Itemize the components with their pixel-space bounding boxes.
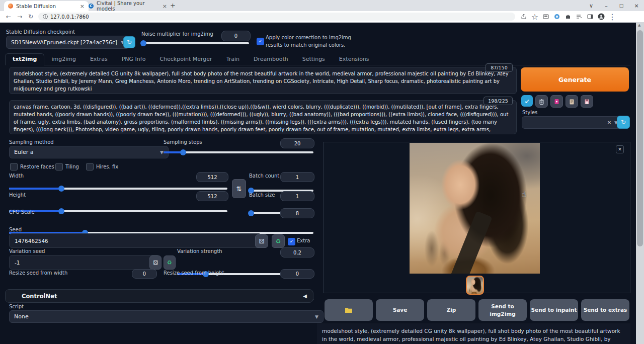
tab-extensions[interactable]: Extensions xyxy=(332,54,376,65)
extensions-puzzle-icon[interactable] xyxy=(565,13,572,20)
negative-prompt-textarea[interactable]: canvas frame, cartoon, 3d, ((disfigured)… xyxy=(9,100,517,134)
tab-img2img[interactable]: img2img xyxy=(44,54,83,65)
prompt-textarea[interactable]: modelshoot style, (extremely detailed CG… xyxy=(9,67,517,94)
batch-count-value[interactable]: 1 xyxy=(280,172,314,182)
window-maximize-icon[interactable]: □ xyxy=(614,0,629,11)
extension-blue-dot-icon[interactable] xyxy=(553,13,560,20)
info-icon xyxy=(43,14,48,19)
tab-png-info[interactable]: PNG Info xyxy=(115,54,153,65)
controlnet-accordion[interactable]: ControlNet ◀ xyxy=(5,289,313,303)
checkpoint-dropdown[interactable]: SD15NewVAEpruned.ckpt [27a4ac756c] ▼ xyxy=(6,36,129,49)
tab-dreambooth[interactable]: Dreambooth xyxy=(247,54,295,65)
gallery-thumbnail[interactable] xyxy=(466,276,484,295)
new-tab-button[interactable]: + xyxy=(170,2,176,9)
sampling-steps-value[interactable]: 20 xyxy=(280,138,314,148)
profile-avatar[interactable] xyxy=(598,13,605,20)
restore-faces-option[interactable]: Restore faces xyxy=(10,163,54,170)
resize-seed-width-value[interactable]: 0 xyxy=(132,269,157,279)
width-value[interactable]: 512 xyxy=(196,172,228,182)
page-scrollbar[interactable]: ▲ xyxy=(636,22,644,344)
window-close-icon[interactable]: × xyxy=(629,0,644,11)
noise-multiplier-slider[interactable] xyxy=(141,42,249,44)
seed-input[interactable]: 1476462546 xyxy=(9,233,262,248)
address-bar[interactable]: 127.0.0.1:7860 xyxy=(38,13,515,21)
hires-fix-option[interactable]: Hires. fix xyxy=(86,163,118,170)
extra-networks-card-icon[interactable] xyxy=(550,95,563,108)
browser-tab-civitai[interactable]: C Civitai | Share your models × xyxy=(85,1,171,11)
extension-grid-icon[interactable] xyxy=(542,13,549,20)
tab-train[interactable]: Train xyxy=(219,54,247,65)
tab-settings[interactable]: Settings xyxy=(295,54,332,65)
height-label: Height xyxy=(9,192,26,198)
trash-icon[interactable] xyxy=(535,95,548,108)
save-style-floppy-icon[interactable] xyxy=(581,95,593,108)
scrollbar-up-arrow[interactable]: ▲ xyxy=(638,23,640,27)
sampling-steps-slider[interactable] xyxy=(164,151,313,153)
paste-params-arrow-icon[interactable]: ↙ xyxy=(521,95,533,107)
reading-list-icon[interactable] xyxy=(576,13,583,20)
back-icon[interactable]: ← xyxy=(3,13,14,20)
height-value[interactable]: 512 xyxy=(196,191,228,201)
sampling-method-dropdown[interactable]: Euler a ▼ xyxy=(9,146,169,158)
reload-icon[interactable]: ↻ xyxy=(25,13,36,20)
sampling-method-label: Sampling method xyxy=(9,139,54,145)
scrollbar-thumb[interactable] xyxy=(637,30,643,246)
generated-image[interactable] xyxy=(410,143,540,274)
noise-multiplier-value[interactable]: 0 xyxy=(221,31,251,41)
tiling-option[interactable]: Tiling xyxy=(55,163,79,170)
tab-checkpoint-merger[interactable]: Checkpoint Merger xyxy=(152,54,219,65)
chevron-down-icon: ▼ xyxy=(160,150,164,155)
variation-strength-value[interactable]: 0.2 xyxy=(280,247,314,257)
tiling-checkbox[interactable] xyxy=(55,163,63,170)
generate-button[interactable]: Generate xyxy=(521,67,629,92)
refresh-checkpoint-button[interactable]: ↻ xyxy=(123,36,135,48)
stable-diffusion-favicon xyxy=(8,4,13,9)
tab-close-icon[interactable]: × xyxy=(163,3,167,10)
tiling-label: Tiling xyxy=(65,164,79,169)
hires-fix-checkbox[interactable] xyxy=(86,163,94,170)
tab-txt2img[interactable]: txt2img xyxy=(5,53,44,65)
window-chevron-icon[interactable]: ∨ xyxy=(584,0,599,11)
styles-dropdown[interactable]: ✕ ▼ xyxy=(522,116,623,129)
restore-faces-checkbox[interactable] xyxy=(10,163,18,170)
browser-tab-stable-diffusion[interactable]: Stable Diffusion × xyxy=(4,1,89,11)
variation-seed-input[interactable]: -1 xyxy=(9,255,160,270)
kebab-menu-icon[interactable]: ⋮ xyxy=(609,13,616,20)
height-slider[interactable] xyxy=(9,210,227,212)
send-to-extras-button[interactable]: Send to extras xyxy=(581,299,629,321)
variation-dice-icon[interactable]: ⚄ xyxy=(149,255,162,270)
send-to-inpaint-button[interactable]: Send to inpaint xyxy=(530,299,578,321)
apply-style-clipboard-icon[interactable] xyxy=(566,95,578,108)
color-correction-label: Apply color correction to img2img result… xyxy=(266,34,365,49)
accordion-collapsed-arrow-icon: ◀ xyxy=(303,293,307,299)
cfg-scale-value[interactable]: 8 xyxy=(280,208,314,218)
width-slider[interactable] xyxy=(9,188,227,190)
random-seed-dice-icon[interactable]: ⚄ xyxy=(255,234,268,248)
forward-icon[interactable]: → xyxy=(14,13,25,20)
tab-close-icon[interactable]: × xyxy=(80,3,85,10)
window-minimize-icon[interactable]: – xyxy=(599,0,614,11)
resize-seed-height-value[interactable]: 0 xyxy=(280,269,314,279)
bookmark-star-icon[interactable]: ☆ xyxy=(531,13,538,20)
save-button[interactable]: Save xyxy=(376,299,424,321)
negative-prompt-text: canvas frame, cartoon, 3d, ((disfigured)… xyxy=(14,104,508,134)
batch-size-value[interactable]: 1 xyxy=(280,191,314,201)
tab-extras[interactable]: Extras xyxy=(83,54,115,65)
extra-seed-checkbox[interactable]: ✓ xyxy=(288,238,295,245)
send-to-img2img-button[interactable]: Send to img2img xyxy=(478,299,527,321)
zip-button[interactable]: Zip xyxy=(427,299,475,321)
share-icon[interactable] xyxy=(520,13,527,20)
variation-recycle-icon[interactable]: ♻ xyxy=(164,255,176,270)
refresh-styles-button[interactable]: ↻ xyxy=(617,116,630,129)
close-gallery-icon[interactable]: ✕ xyxy=(616,145,624,153)
side-panel-icon[interactable] xyxy=(587,13,594,20)
generation-info-panel: modelshoot style, (extremely detailed CG… xyxy=(317,323,630,344)
swap-width-height-icon[interactable]: ⇅ xyxy=(232,179,246,198)
open-folder-button[interactable] xyxy=(325,299,373,321)
seed-label: Seed xyxy=(9,227,22,232)
script-dropdown[interactable]: None ▼ xyxy=(9,310,324,323)
clear-styles-icon[interactable]: ✕ xyxy=(607,120,611,125)
url-text: 127.0.0.1:7860 xyxy=(50,14,89,20)
color-correction-checkbox[interactable]: ✓ xyxy=(257,38,264,45)
reuse-seed-recycle-icon[interactable]: ♻ xyxy=(272,234,285,248)
